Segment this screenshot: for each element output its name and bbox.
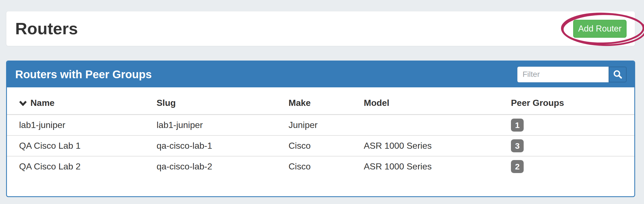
table-header-row: Name Slug Make Model Peer Groups xyxy=(7,87,634,115)
column-header-name[interactable]: Name xyxy=(7,87,144,115)
column-header-make[interactable]: Make xyxy=(276,87,352,115)
slug-cell: lab1-juniper xyxy=(144,115,276,136)
chevron-down-icon xyxy=(19,98,27,108)
table-body: lab1-juniper lab1-juniper Juniper 1 QA C… xyxy=(7,115,634,177)
add-router-button[interactable]: Add Router xyxy=(573,20,627,38)
name-cell: QA Cisco Lab 1 xyxy=(7,135,144,156)
routers-table: Name Slug Make Model Peer Groups lab1-ju… xyxy=(7,87,634,177)
peer-groups-cell: 1 xyxy=(499,115,634,136)
model-cell xyxy=(352,115,499,136)
filter-group xyxy=(517,67,627,82)
peer-groups-badge: 1 xyxy=(511,119,524,132)
search-button[interactable] xyxy=(609,67,627,82)
panel-title: Routers with Peer Groups xyxy=(15,68,152,81)
column-header-peer-groups[interactable]: Peer Groups xyxy=(499,87,634,115)
make-cell: Cisco xyxy=(276,135,352,156)
name-cell: lab1-juniper xyxy=(7,115,144,136)
routers-panel: Routers with Peer Groups xyxy=(6,61,635,197)
peer-groups-cell: 2 xyxy=(499,156,634,177)
peer-groups-cell: 3 xyxy=(499,135,634,156)
page-header-panel: Routers Add Router xyxy=(6,11,635,46)
filter-input[interactable] xyxy=(517,67,609,82)
table-row: lab1-juniper lab1-juniper Juniper 1 xyxy=(7,115,634,136)
make-cell: Juniper xyxy=(276,115,352,136)
column-header-model[interactable]: Model xyxy=(352,87,499,115)
table-row: QA Cisco Lab 2 qa-cisco-lab-2 Cisco ASR … xyxy=(7,156,634,177)
magnifier-icon xyxy=(613,70,622,79)
slug-cell: qa-cisco-lab-2 xyxy=(144,156,276,177)
page-title: Routers xyxy=(15,19,78,38)
table-row: QA Cisco Lab 1 qa-cisco-lab-1 Cisco ASR … xyxy=(7,135,634,156)
make-cell: Cisco xyxy=(276,156,352,177)
page: { "page": { "title": "Routers", "add_but… xyxy=(0,0,644,204)
model-cell: ASR 1000 Series xyxy=(352,135,499,156)
name-cell: QA Cisco Lab 2 xyxy=(7,156,144,177)
slug-cell: qa-cisco-lab-1 xyxy=(144,135,276,156)
peer-groups-badge: 2 xyxy=(511,160,524,173)
column-header-slug[interactable]: Slug xyxy=(144,87,276,115)
panel-heading: Routers with Peer Groups xyxy=(7,61,634,87)
model-cell: ASR 1000 Series xyxy=(352,156,499,177)
peer-groups-badge: 3 xyxy=(511,139,524,152)
